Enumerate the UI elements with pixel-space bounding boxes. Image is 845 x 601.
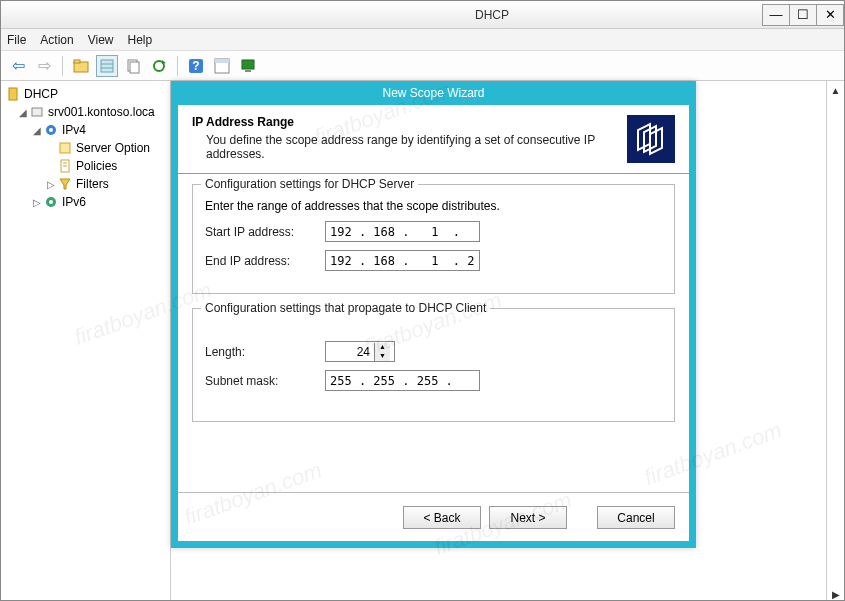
tree-filters-label: Filters [76, 177, 109, 191]
spin-down-icon[interactable]: ▼ [374, 352, 390, 361]
minimize-button[interactable]: — [762, 4, 790, 26]
dhcp-icon [5, 86, 21, 102]
tree-filters[interactable]: ▷ Filters [3, 175, 168, 193]
mask-input[interactable] [325, 370, 480, 391]
toolbar: ⇦ ⇨ ? [1, 51, 844, 81]
maximize-button[interactable]: ☐ [789, 4, 817, 26]
tree-ipv6-label: IPv6 [62, 195, 86, 209]
folder-up-icon[interactable] [70, 55, 92, 77]
options-icon [57, 140, 73, 156]
right-gutter: ▲ ▶ [826, 81, 844, 600]
svg-rect-15 [9, 88, 17, 100]
length-spinner[interactable]: ▲ ▼ [325, 341, 395, 362]
window-title: DHCP [221, 8, 763, 22]
back-button[interactable]: ⇦ [7, 55, 29, 77]
group-server-settings: Configuration settings for DHCP Server E… [192, 184, 675, 294]
twisty-open-icon[interactable]: ◢ [17, 107, 29, 118]
menu-view[interactable]: View [88, 33, 114, 47]
ipv4-icon [43, 122, 59, 138]
chevron-up-icon[interactable]: ▲ [831, 85, 841, 96]
svg-rect-2 [101, 60, 113, 72]
wizard-banner-icon [627, 115, 675, 163]
tree-ipv4-label: IPv4 [62, 123, 86, 137]
twisty-open-icon[interactable]: ◢ [31, 125, 43, 136]
tree-root[interactable]: DHCP [3, 85, 168, 103]
svg-point-25 [49, 200, 53, 204]
list-view-icon[interactable] [96, 55, 118, 77]
menu-action[interactable]: Action [40, 33, 73, 47]
length-label: Length: [205, 345, 325, 359]
spin-up-icon[interactable]: ▲ [374, 343, 390, 352]
tree-root-label: DHCP [24, 87, 58, 101]
wizard-button-row: < Back Next > Cancel [403, 506, 675, 529]
help-icon[interactable]: ? [185, 55, 207, 77]
end-ip-input[interactable] [325, 250, 480, 271]
wizard-title: New Scope Wizard [382, 86, 484, 100]
length-input[interactable] [326, 345, 374, 359]
tree-server[interactable]: ◢ srv001.kontoso.loca [3, 103, 168, 121]
server-icon [29, 104, 45, 120]
end-ip-label: End IP address: [205, 254, 325, 268]
tree-ipv4[interactable]: ◢ IPv4 [3, 121, 168, 139]
svg-marker-23 [60, 179, 70, 189]
tree-server-label: srv001.kontoso.loca [48, 105, 155, 119]
twisty-closed-icon[interactable]: ▷ [45, 179, 57, 190]
twisty-closed-icon[interactable]: ▷ [31, 197, 43, 208]
svg-rect-16 [32, 108, 42, 116]
refresh-icon[interactable] [148, 55, 170, 77]
tree-ipv6[interactable]: ▷ IPv6 [3, 193, 168, 211]
tree-policies-label: Policies [76, 159, 117, 173]
policies-icon [57, 158, 73, 174]
ipv6-icon [43, 194, 59, 210]
wizard-heading: IP Address Range [192, 115, 627, 129]
wizard-body: Configuration settings for DHCP Server E… [178, 184, 689, 422]
tree-server-options-label: Server Option [76, 141, 150, 155]
svg-rect-12 [215, 59, 229, 63]
tree-policies[interactable]: Policies [3, 157, 168, 175]
menu-file[interactable]: File [7, 33, 26, 47]
group-client-legend: Configuration settings that propagate to… [201, 301, 490, 315]
svg-point-18 [49, 128, 53, 132]
forward-button[interactable]: ⇨ [33, 55, 55, 77]
copy-icon[interactable] [122, 55, 144, 77]
mask-label: Subnet mask: [205, 374, 325, 388]
svg-rect-1 [74, 60, 80, 63]
svg-rect-13 [242, 60, 254, 69]
menu-bar: File Action View Help [1, 29, 844, 51]
group-server-intro: Enter the range of addresses that the sc… [205, 199, 662, 213]
group-client-settings: Configuration settings that propagate to… [192, 308, 675, 422]
start-ip-input[interactable] [325, 221, 480, 242]
next-button[interactable]: Next > [489, 506, 567, 529]
tree-server-options[interactable]: Server Option [3, 139, 168, 157]
svg-text:?: ? [192, 59, 199, 73]
group-server-legend: Configuration settings for DHCP Server [201, 177, 418, 191]
chevron-right-icon[interactable]: ▶ [832, 589, 840, 600]
monitor-icon[interactable] [237, 55, 259, 77]
wizard-dialog: New Scope Wizard IP Address Range You de… [171, 81, 696, 548]
wizard-titlebar: New Scope Wizard [171, 81, 696, 105]
start-ip-label: Start IP address: [205, 225, 325, 239]
menu-help[interactable]: Help [128, 33, 153, 47]
cancel-button[interactable]: Cancel [597, 506, 675, 529]
wizard-subtitle: You define the scope address range by id… [192, 133, 627, 161]
wizard-header: IP Address Range You define the scope ad… [178, 105, 689, 171]
svg-marker-8 [162, 60, 166, 64]
main-titlebar: DHCP — ☐ ✕ [1, 1, 844, 29]
details-pane-icon[interactable] [211, 55, 233, 77]
svg-rect-6 [130, 62, 139, 73]
close-button[interactable]: ✕ [816, 4, 844, 26]
svg-rect-19 [60, 143, 70, 153]
filters-icon [57, 176, 73, 192]
back-button[interactable]: < Back [403, 506, 481, 529]
tree-pane: DHCP ◢ srv001.kontoso.loca ◢ IPv4 Server… [1, 81, 171, 600]
svg-rect-14 [245, 70, 251, 72]
